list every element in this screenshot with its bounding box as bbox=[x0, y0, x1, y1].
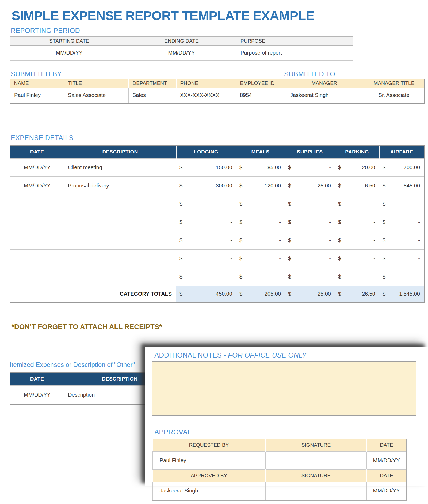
airfare-amount-cell[interactable]: $- bbox=[379, 213, 424, 231]
meals-header: MEALS bbox=[236, 146, 285, 158]
airfare-amount-cell[interactable]: $845.00 bbox=[379, 176, 424, 195]
meals-amount-cell[interactable]: $- bbox=[236, 249, 285, 268]
airfare-amount-cell[interactable]: $- bbox=[379, 268, 424, 286]
currency-symbol: $ bbox=[179, 219, 182, 225]
parking-amount-cell[interactable]: $- bbox=[335, 195, 379, 213]
meals-amount-cell[interactable]: $120.00 bbox=[236, 176, 285, 195]
meals-amount-cell[interactable]: $- bbox=[236, 195, 285, 213]
expense-header-row: DATE DESCRIPTION LODGING MEALS SUPPLIES … bbox=[10, 146, 424, 158]
expense-date-cell[interactable] bbox=[10, 231, 64, 249]
submitted-header-row: NAME TITLE DEPARTMENT PHONE EMPLOYEE ID … bbox=[10, 79, 424, 88]
lodging-amount-cell[interactable]: $300.00 bbox=[176, 176, 236, 195]
expense-description-cell[interactable] bbox=[64, 231, 176, 249]
currency-symbol: $ bbox=[338, 219, 341, 225]
currency-symbol: $ bbox=[338, 183, 341, 189]
reporting-period-header-row: STARTING DATE ENDING DATE PURPOSE bbox=[10, 37, 353, 46]
manager-title-field[interactable]: Sr. Associate bbox=[364, 88, 424, 103]
department-field[interactable]: Sales bbox=[129, 88, 176, 103]
expense-date-cell[interactable] bbox=[10, 213, 64, 231]
expense-row: $- $- $- $- $- bbox=[10, 268, 424, 286]
parking-amount-cell[interactable]: $6.50 bbox=[335, 176, 379, 195]
additional-notes-area[interactable] bbox=[152, 361, 416, 416]
expense-date-cell[interactable] bbox=[10, 268, 64, 286]
parking-amount-cell[interactable]: $- bbox=[335, 213, 379, 231]
airfare-amount-cell[interactable]: $700.00 bbox=[379, 158, 424, 176]
parking-amount-cell[interactable]: $- bbox=[335, 231, 379, 249]
expense-report-page: SIMPLE EXPENSE REPORT TEMPLATE EXAMPLE R… bbox=[0, 0, 428, 504]
supplies-total-cell: $25.00 bbox=[285, 286, 335, 302]
currency-symbol: $ bbox=[383, 219, 385, 225]
expense-description-cell[interactable] bbox=[64, 249, 176, 268]
parking-amount-cell[interactable]: $- bbox=[335, 268, 379, 286]
meals-amount-cell[interactable]: $85.00 bbox=[236, 158, 285, 176]
meals-amount-cell[interactable]: $- bbox=[236, 231, 285, 249]
title-field[interactable]: Sales Associate bbox=[64, 88, 129, 103]
meals-amount-cell[interactable]: $- bbox=[236, 268, 285, 286]
supplies-amount-cell[interactable]: $- bbox=[285, 231, 335, 249]
expense-description-cell[interactable] bbox=[64, 268, 176, 286]
currency-symbol: $ bbox=[179, 164, 182, 171]
expense-description-cell[interactable]: Proposal delivery bbox=[64, 176, 176, 195]
currency-symbol: $ bbox=[383, 164, 385, 171]
currency-symbol: $ bbox=[383, 201, 385, 207]
airfare-amount-cell[interactable]: $- bbox=[379, 195, 424, 213]
approved-signature-cell[interactable] bbox=[266, 482, 367, 500]
approved-date-cell[interactable]: MM/DD/YY bbox=[367, 482, 406, 500]
currency-symbol: $ bbox=[288, 201, 291, 207]
expense-description-cell[interactable] bbox=[64, 195, 176, 213]
currency-symbol: $ bbox=[179, 274, 182, 280]
signature-header: SIGNATURE bbox=[266, 469, 367, 482]
lodging-amount-cell[interactable]: $- bbox=[176, 249, 236, 268]
requested-date-cell[interactable]: MM/DD/YY bbox=[367, 451, 406, 469]
supplies-amount-cell[interactable]: $- bbox=[285, 213, 335, 231]
requested-by-name[interactable]: Paul Finley bbox=[153, 451, 266, 469]
currency-symbol: $ bbox=[288, 255, 291, 262]
currency-symbol: $ bbox=[338, 291, 341, 297]
manager-field[interactable]: Jaskeerat Singh bbox=[285, 88, 364, 103]
currency-symbol: $ bbox=[239, 291, 242, 297]
requested-signature-cell[interactable] bbox=[266, 451, 367, 469]
supplies-amount-cell[interactable]: $- bbox=[285, 249, 335, 268]
supplies-amount-cell[interactable]: $25.00 bbox=[285, 176, 335, 195]
employee-id-field[interactable]: 8954 bbox=[236, 88, 285, 103]
lodging-amount-cell[interactable]: $150.00 bbox=[176, 158, 236, 176]
expense-date-cell[interactable]: MM/DD/YY bbox=[10, 176, 64, 195]
approved-by-name[interactable]: Jaskeerat Singh bbox=[153, 482, 266, 500]
currency-symbol: $ bbox=[383, 237, 385, 243]
phone-header: PHONE bbox=[176, 79, 236, 88]
phone-field[interactable]: XXX-XXX-XXXX bbox=[176, 88, 236, 103]
currency-symbol: $ bbox=[383, 255, 385, 262]
lodging-amount-cell[interactable]: $- bbox=[176, 268, 236, 286]
supplies-amount-cell[interactable]: $- bbox=[285, 268, 335, 286]
starting-date-header: STARTING DATE bbox=[10, 37, 128, 46]
lodging-amount-cell[interactable]: $- bbox=[176, 213, 236, 231]
supplies-amount-cell[interactable]: $- bbox=[285, 158, 335, 176]
airfare-amount-cell[interactable]: $- bbox=[379, 249, 424, 268]
expense-date-cell[interactable] bbox=[10, 195, 64, 213]
currency-symbol: $ bbox=[338, 237, 341, 243]
parking-amount-cell[interactable]: $- bbox=[335, 249, 379, 268]
ending-date-field[interactable]: MM/DD/YY bbox=[128, 46, 235, 61]
currency-symbol: $ bbox=[338, 164, 341, 171]
lodging-amount-cell[interactable]: $- bbox=[176, 231, 236, 249]
name-field[interactable]: Paul Finley bbox=[10, 88, 64, 103]
expense-row: $- $- $- $- $- bbox=[10, 231, 424, 249]
supplies-amount-cell[interactable]: $- bbox=[285, 195, 335, 213]
meals-amount-cell[interactable]: $- bbox=[236, 213, 285, 231]
purpose-field[interactable]: Purpose of report bbox=[235, 46, 353, 61]
expense-row: MM/DD/YY Proposal delivery $300.00 $120.… bbox=[10, 176, 424, 195]
itemized-expenses-heading: Itemized Expenses or Description of "Oth… bbox=[10, 361, 135, 368]
starting-date-field[interactable]: MM/DD/YY bbox=[10, 46, 128, 61]
submitted-to-heading: SUBMITTED TO bbox=[284, 70, 335, 78]
airfare-amount-cell[interactable]: $- bbox=[379, 231, 424, 249]
expense-date-cell[interactable] bbox=[10, 249, 64, 268]
expense-row: $- $- $- $- $- bbox=[10, 195, 424, 213]
parking-amount-cell[interactable]: $20.00 bbox=[335, 158, 379, 176]
itemized-date-cell[interactable]: MM/DD/YY bbox=[10, 385, 64, 404]
expense-description-cell[interactable] bbox=[64, 213, 176, 231]
approval-table: REQUESTED BY SIGNATURE DATE Paul Finley … bbox=[152, 439, 407, 501]
expense-date-cell[interactable]: MM/DD/YY bbox=[10, 158, 64, 176]
expense-description-cell[interactable]: Client meeting bbox=[64, 158, 176, 176]
meals-total-cell: $205.00 bbox=[236, 286, 285, 302]
lodging-amount-cell[interactable]: $- bbox=[176, 195, 236, 213]
